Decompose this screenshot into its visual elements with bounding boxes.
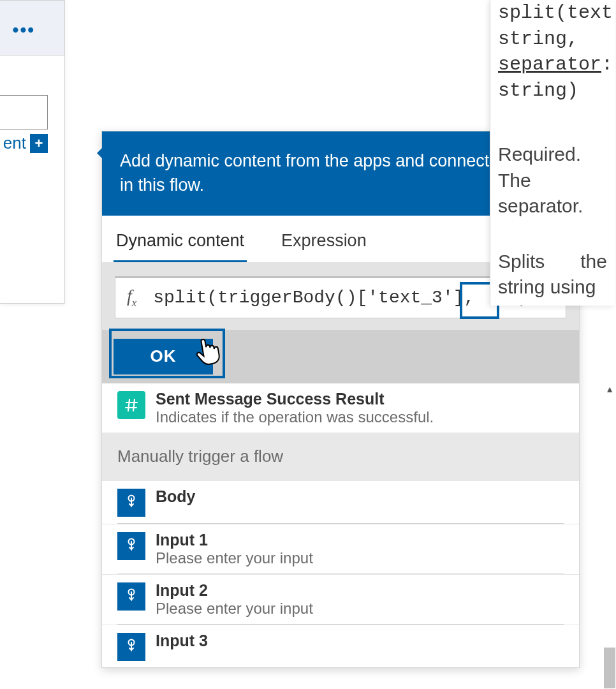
add-dynamic-plus-icon[interactable]: + <box>30 134 48 153</box>
sig-line: string, <box>498 28 578 50</box>
list-item[interactable]: Input 3 <box>102 625 579 667</box>
ok-button[interactable]: OK <box>114 339 213 374</box>
item-subtitle: Please enter your input <box>156 549 313 567</box>
item-subtitle: Please enter your input <box>156 600 313 618</box>
expression-text: split(triggerBody()['text_3'], ' ') <box>153 288 528 307</box>
sig-param-separator: separator <box>498 54 601 75</box>
scroll-up-icon[interactable]: ▲ <box>605 384 614 394</box>
tooltip-signature: split(text: string, separator: string) <box>498 0 607 103</box>
hash-icon <box>117 391 145 419</box>
section-header-trigger: Manually trigger a flow <box>102 433 579 480</box>
tab-expression[interactable]: Expression <box>281 231 367 262</box>
list-item[interactable]: Input 1 Please enter your input <box>102 524 579 574</box>
touch-icon <box>117 532 145 560</box>
more-icon[interactable]: ••• <box>13 21 35 39</box>
partial-input-field[interactable] <box>0 95 48 130</box>
function-tooltip: split(text: string, separator: string) R… <box>490 0 615 306</box>
tooltip-description: Splits the string using <box>498 249 607 300</box>
left-panel-header: ••• <box>0 1 64 56</box>
tab-dynamic-content[interactable]: Dynamic content <box>116 231 244 262</box>
item-title: Input 1 <box>156 531 313 549</box>
result-title: Sent Message Success Result <box>156 390 434 408</box>
tooltip-required: Required. The separator. <box>498 142 607 219</box>
item-title: Input 3 <box>156 632 208 650</box>
list-item[interactable]: Input 2 Please enter your input <box>102 574 579 624</box>
touch-icon <box>117 633 145 661</box>
add-dynamic-content-row[interactable]: ent + <box>3 133 48 153</box>
item-title: Input 2 <box>156 581 313 600</box>
touch-icon <box>117 489 145 517</box>
sig-colon: : <box>601 54 613 75</box>
left-panel: ••• ent + <box>0 0 65 304</box>
results-section: Sent Message Success Result Indicates if… <box>102 383 579 667</box>
fx-icon: fx <box>127 286 136 309</box>
result-sent-message[interactable]: Sent Message Success Result Indicates if… <box>102 383 579 433</box>
item-title: Body <box>156 487 196 506</box>
sig-line: split(text: <box>498 2 616 24</box>
result-subtitle: Indicates if the operation was successfu… <box>156 408 434 426</box>
add-dynamic-label-partial: ent <box>3 133 26 153</box>
sig-line: string) <box>498 80 578 101</box>
scrollbar-thumb[interactable] <box>604 648 615 688</box>
ok-row: OK <box>102 330 579 383</box>
list-item[interactable]: Body <box>102 480 579 523</box>
touch-icon <box>117 582 145 611</box>
